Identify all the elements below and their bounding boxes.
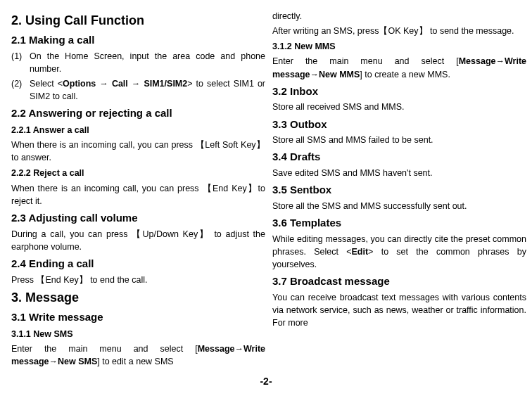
bold: New MMS <box>319 70 360 79</box>
arrow: → <box>234 344 243 354</box>
list-number: (2) <box>11 77 30 103</box>
paragraph: When there is an incoming call, you can … <box>11 182 265 207</box>
paragraph: Store all the SMS and MMS successfully s… <box>272 200 526 212</box>
list-text: Select <Options → Call → SIM1/SIM2> to s… <box>30 77 265 103</box>
heading: 2.3 Adjusting call volume <box>11 210 265 226</box>
arrow: → <box>310 70 319 79</box>
text: Enter the main menu and select [ <box>11 344 198 354</box>
list-item: (1) On the Home Screen, input the area c… <box>11 50 265 75</box>
bold: SIM1/SIM2 <box>144 79 187 89</box>
bold: Message <box>198 344 235 354</box>
heading: 3.7 Broadcast message <box>272 274 526 289</box>
heading: 2.2 Answering or rejecting a call <box>11 105 265 121</box>
heading: 3.5 Sentbox <box>272 182 526 198</box>
heading: 3. Message <box>11 288 265 307</box>
heading: 2.1 Making a call <box>11 32 265 48</box>
bold: Options <box>63 79 96 89</box>
text: → <box>96 79 112 89</box>
paragraph: You can receive broadcast text messages … <box>272 291 526 329</box>
heading: 3.4 Drafts <box>272 149 526 165</box>
paragraph: Enter the main menu and select [Message→… <box>11 343 265 368</box>
heading: 2.4 Ending a call <box>11 256 265 271</box>
paragraph: directly. <box>272 10 526 23</box>
heading: 3.1.2 New MMS <box>272 40 526 53</box>
page-content: 2. Using Call Function 2.1 Making a call… <box>0 0 532 373</box>
paragraph: During a call, you can press 【Up/Down Ke… <box>11 228 265 253</box>
right-column: directly. After writing an SMS, press【OK… <box>272 10 526 370</box>
heading: 3.1.1 New SMS <box>11 328 265 340</box>
bold: Call <box>112 79 128 89</box>
heading: 3.2 Inbox <box>272 84 526 99</box>
text: ] to create a new MMS. <box>360 70 450 79</box>
heading: 3.6 Templates <box>272 215 526 231</box>
paragraph: Store all received SMS and MMS. <box>272 101 526 113</box>
arrow: → <box>495 56 505 66</box>
paragraph: When there is an incoming call, you can … <box>11 139 265 164</box>
heading: 2.2.1 Answer a call <box>11 124 265 136</box>
heading: 2. Using Call Function <box>11 11 265 30</box>
list-text: On the Home Screen, input the area code … <box>30 50 265 75</box>
list-number: (1) <box>11 50 30 75</box>
paragraph: While editing messages, you can directly… <box>272 233 526 271</box>
text: Select < <box>30 79 63 89</box>
text: ] to edit a new SMS <box>97 357 173 366</box>
list-item: (2) Select <Options → Call → SIM1/SIM2> … <box>11 77 265 103</box>
left-column: 2. Using Call Function 2.1 Making a call… <box>11 10 265 370</box>
bold: Edit <box>352 247 369 257</box>
paragraph: Press 【End Key】 to end the call. <box>11 274 265 286</box>
bold: Message <box>459 56 496 66</box>
arrow: → <box>49 357 58 366</box>
paragraph: Enter the main menu and select [Message→… <box>272 55 526 80</box>
text: Enter the main menu and select [ <box>272 56 459 66</box>
paragraph: Store all SMS and MMS failed to be sent. <box>272 134 526 146</box>
heading: 3.1 Write message <box>11 309 265 325</box>
page-number: -2- <box>0 374 532 388</box>
text: → <box>128 79 144 89</box>
paragraph: After writing an SMS, press【OK Key】 to s… <box>272 25 526 37</box>
heading: 2.2.2 Reject a call <box>11 167 265 179</box>
bold: New SMS <box>58 357 97 366</box>
heading: 3.3 Outbox <box>272 117 526 132</box>
paragraph: Save edited SMS and MMS haven't sent. <box>272 167 526 179</box>
